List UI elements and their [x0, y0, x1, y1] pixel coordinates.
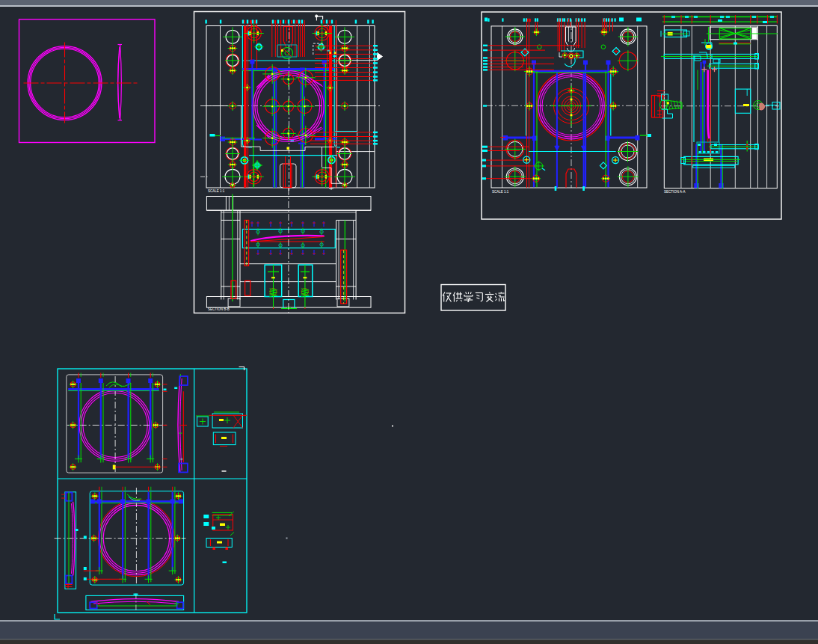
- svg-text:SECTION B-B: SECTION B-B: [208, 307, 230, 311]
- svg-text:SCALE 1:1: SCALE 1:1: [208, 189, 225, 193]
- svg-text:SECTION A-A: SECTION A-A: [664, 190, 686, 194]
- svg-text:SCALE 1:1: SCALE 1:1: [492, 190, 509, 194]
